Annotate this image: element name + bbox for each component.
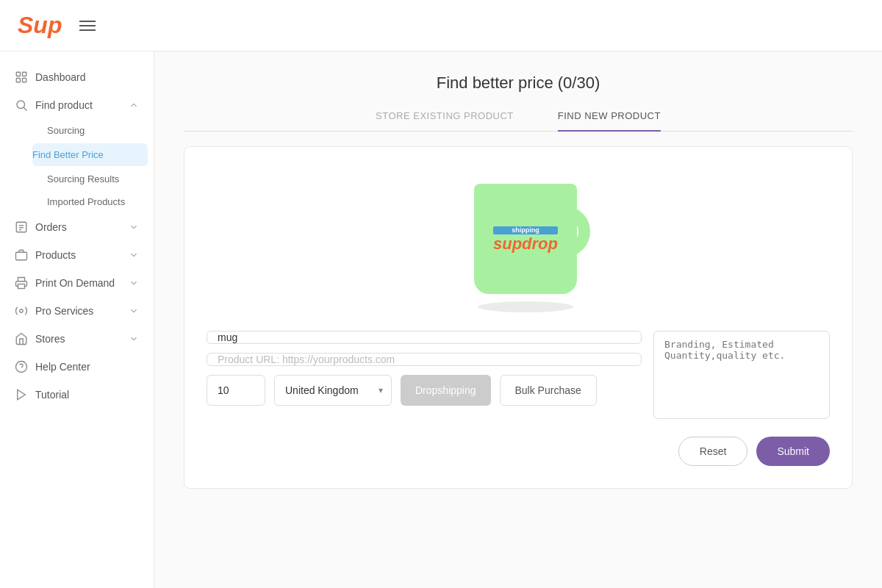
- sidebar-pod-label: Print On Demand: [35, 277, 115, 289]
- sidebar-item-products[interactable]: Products: [0, 241, 154, 269]
- sidebar-item-tutorial[interactable]: Tutorial: [0, 381, 154, 409]
- mug-logo: shipping supdrop: [493, 226, 558, 252]
- find-product-submenu: Sourcing Find Better Price Sourcing Resu…: [0, 119, 154, 213]
- tab-store-existing[interactable]: STORE EXISTING PRODUCT: [376, 110, 514, 131]
- sidebar-dashboard-label: Dashboard: [35, 71, 86, 83]
- tutorial-icon: [15, 388, 28, 401]
- product-url-input[interactable]: [207, 353, 642, 366]
- stores-icon: [15, 332, 28, 345]
- svg-rect-10: [16, 252, 27, 260]
- svg-rect-11: [18, 284, 25, 289]
- submit-button[interactable]: Submit: [756, 437, 830, 466]
- print-icon: [15, 276, 28, 290]
- left-inputs: United Kingdom United States Canada Aust…: [207, 331, 642, 406]
- product-illustration: shipping supdrop: [437, 169, 599, 316]
- sidebar-item-stores[interactable]: Stores: [0, 325, 154, 353]
- chevron-up-icon: [129, 100, 139, 110]
- svg-rect-0: [16, 72, 20, 76]
- sidebar-item-sourcing-results[interactable]: Sourcing Results: [32, 168, 154, 190]
- svg-line-5: [24, 107, 26, 110]
- tab-find-new[interactable]: FIND NEW PRODUCT: [558, 110, 661, 132]
- chevron-down-icon-2: [129, 250, 139, 260]
- sidebar-item-sourcing[interactable]: Sourcing: [32, 119, 154, 142]
- dropshipping-button[interactable]: Dropshipping: [401, 375, 491, 406]
- notes-textarea[interactable]: [653, 331, 830, 419]
- pro-icon: [15, 304, 28, 318]
- sidebar-item-orders[interactable]: Orders: [0, 213, 154, 241]
- quantity-input[interactable]: [207, 375, 265, 406]
- help-icon: [15, 360, 28, 373]
- sidebar-tutorial-label: Tutorial: [35, 389, 69, 401]
- sidebar-item-help-center[interactable]: Help Center: [0, 353, 154, 381]
- chevron-down-icon: [129, 222, 139, 232]
- chevron-down-icon-3: [129, 278, 139, 288]
- sidebar-products-label: Products: [35, 249, 76, 261]
- country-select[interactable]: United Kingdom United States Canada Aust…: [274, 375, 392, 406]
- sidebar-item-print-on-demand[interactable]: Print On Demand: [0, 269, 154, 297]
- product-name-input[interactable]: [207, 331, 642, 344]
- bulk-purchase-button[interactable]: Bulk Purchase: [500, 375, 597, 406]
- mug-handle: [557, 206, 590, 257]
- form-container: United Kingdom United States Canada Aust…: [207, 331, 830, 419]
- logo: Sup: [18, 12, 62, 39]
- header: Sup: [0, 0, 882, 51]
- sidebar-item-pro-services[interactable]: Pro Services: [0, 297, 154, 325]
- sidebar-pro-label: Pro Services: [35, 305, 93, 317]
- svg-point-13: [16, 362, 27, 373]
- form-actions: Reset Submit: [207, 437, 830, 466]
- svg-rect-1: [23, 72, 26, 76]
- orders-icon: [15, 220, 28, 234]
- chevron-down-icon-4: [129, 306, 139, 316]
- content-card: shipping supdrop: [184, 146, 853, 489]
- svg-point-4: [17, 101, 25, 109]
- hamburger-button[interactable]: [79, 21, 96, 31]
- dashboard-icon: [15, 71, 28, 84]
- bottom-form-row: United Kingdom United States Canada Aust…: [207, 375, 642, 406]
- svg-point-12: [20, 309, 24, 313]
- sidebar-stores-label: Stores: [35, 333, 65, 345]
- sidebar-find-product-label: Find product: [35, 99, 93, 111]
- tabs-container: STORE EXISTING PRODUCT FIND NEW PRODUCT: [184, 110, 853, 132]
- products-icon: [15, 248, 28, 262]
- chevron-down-icon-5: [129, 334, 139, 344]
- layout: Dashboard Find product Sourcing Find Bet…: [0, 51, 882, 588]
- main-content: Find better price (0/30) STORE EXISTING …: [154, 51, 882, 588]
- page-title: Find better price (0/30): [184, 74, 853, 93]
- mug-brand-label: supdrop: [493, 236, 558, 252]
- svg-rect-3: [23, 79, 26, 82]
- sidebar: Dashboard Find product Sourcing Find Bet…: [0, 51, 154, 588]
- sidebar-item-dashboard[interactable]: Dashboard: [0, 63, 154, 91]
- country-select-wrapper: United Kingdom United States Canada Aust…: [274, 375, 392, 406]
- sidebar-item-imported-products[interactable]: Imported Products: [32, 190, 154, 213]
- sidebar-help-label: Help Center: [35, 361, 90, 373]
- sidebar-orders-label: Orders: [35, 221, 67, 233]
- sidebar-item-find-product[interactable]: Find product: [0, 91, 154, 119]
- mug-shipping-label: shipping: [493, 226, 558, 234]
- sidebar-item-find-better-price[interactable]: Find Better Price: [32, 143, 148, 166]
- reset-button[interactable]: Reset: [678, 437, 748, 466]
- svg-marker-15: [18, 390, 26, 400]
- svg-rect-6: [16, 222, 26, 232]
- svg-rect-2: [16, 79, 20, 82]
- search-icon: [15, 98, 28, 112]
- mug-shadow: [478, 301, 573, 312]
